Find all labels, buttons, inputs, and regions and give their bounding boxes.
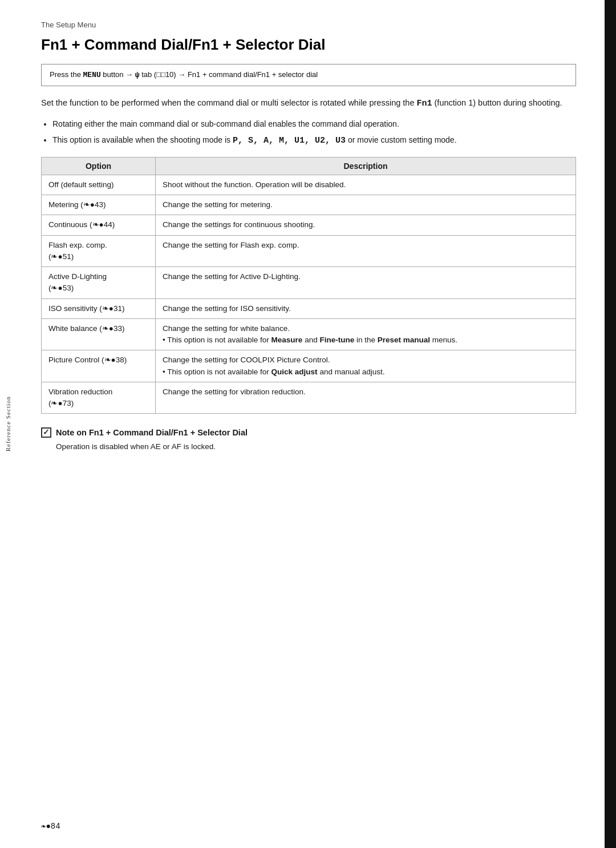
body-text-2: (function 1) button during shooting. xyxy=(432,98,562,107)
main-content: The Setup Menu Fn1 + Command Dial/Fn1 + … xyxy=(16,0,605,848)
table-row: Active D-Lighting(❧●53) Change the setti… xyxy=(42,267,576,299)
desc-continuous: Change the settings for continuous shoot… xyxy=(156,215,576,235)
note-body: Operation is disabled when AE or AF is l… xyxy=(56,441,576,453)
setup-menu-label: The Setup Menu xyxy=(41,21,576,29)
option-active-d: Active D-Lighting(❧●53) xyxy=(42,267,156,299)
col-description-header: Description xyxy=(156,157,576,175)
note-title-text: Note on Fn1 + Command Dial/Fn1 + Selecto… xyxy=(56,428,248,437)
menu-path-box: Press the MENU button → ψ tab (□□10) → F… xyxy=(41,64,576,86)
desc-wb: Change the setting for white balance. • … xyxy=(156,318,576,350)
body-text-1: Set the function to be performed when th… xyxy=(41,98,416,107)
bullet-item-2: This option is available when the shooti… xyxy=(52,134,576,148)
fn1-code: Fn1 xyxy=(416,99,432,108)
option-vr: Vibration reduction(❧●73) xyxy=(42,382,156,414)
table-row: Continuous (❧●44) Change the settings fo… xyxy=(42,215,576,235)
table-row: ISO sensitivity (❧●31) Change the settin… xyxy=(42,298,576,318)
table-row: Metering (❧●43) Change the setting for m… xyxy=(42,195,576,215)
option-wb: White balance (❧●33) xyxy=(42,318,156,350)
mode-codes: P, S, A, M, U1, U2, U3 xyxy=(233,136,346,146)
page-footer: ❧●84 xyxy=(41,821,60,831)
table-header-row: Option Description xyxy=(42,157,576,175)
options-table: Option Description Off (default setting)… xyxy=(41,157,576,414)
desc-active-d: Change the setting for Active D-Lighting… xyxy=(156,267,576,299)
table-row: Picture Control (❧●38) Change the settin… xyxy=(42,350,576,382)
body-paragraph-1: Set the function to be performed when th… xyxy=(41,96,576,111)
option-off: Off (default setting) xyxy=(42,175,156,195)
table-row: Off (default setting) Shoot without the … xyxy=(42,175,576,195)
desc-metering: Change the setting for metering. xyxy=(156,195,576,215)
bullet-list: Rotating either the main command dial or… xyxy=(52,118,576,148)
desc-flash-exp: Change the setting for Flash exp. comp. xyxy=(156,235,576,267)
table-row: White balance (❧●33) Change the setting … xyxy=(42,318,576,350)
menu-keyword: MENU xyxy=(83,71,101,79)
sidebar-black-tab xyxy=(605,0,616,848)
sidebar-reference: Reference Section xyxy=(0,0,16,848)
option-metering: Metering (❧●43) xyxy=(42,195,156,215)
desc-off: Shoot without the function. Operation wi… xyxy=(156,175,576,195)
option-picture-control: Picture Control (❧●38) xyxy=(42,350,156,382)
note-section: Note on Fn1 + Command Dial/Fn1 + Selecto… xyxy=(41,427,576,453)
desc-picture-control: Change the setting for COOLPIX Picture C… xyxy=(156,350,576,382)
psi-tab: ψ xyxy=(135,71,140,79)
option-continuous: Continuous (❧●44) xyxy=(42,215,156,235)
table-row: Vibration reduction(❧●73) Change the set… xyxy=(42,382,576,414)
sidebar-reference-text: Reference Section xyxy=(5,396,11,451)
note-title: Note on Fn1 + Command Dial/Fn1 + Selecto… xyxy=(41,427,576,438)
desc-vr: Change the setting for vibration reducti… xyxy=(156,382,576,414)
page-title: Fn1 + Command Dial/Fn1 + Selector Dial xyxy=(41,36,576,54)
option-flash-exp: Flash exp. comp.(❧●51) xyxy=(42,235,156,267)
menu-path-text: Press the MENU button → ψ tab (□□10) → F… xyxy=(50,70,318,79)
col-option-header: Option xyxy=(42,157,156,175)
desc-iso: Change the setting for ISO sensitivity. xyxy=(156,298,576,318)
table-row: Flash exp. comp.(❧●51) Change the settin… xyxy=(42,235,576,267)
option-iso: ISO sensitivity (❧●31) xyxy=(42,298,156,318)
bullet-item-1: Rotating either the main command dial or… xyxy=(52,118,576,130)
note-check-icon xyxy=(41,427,51,438)
